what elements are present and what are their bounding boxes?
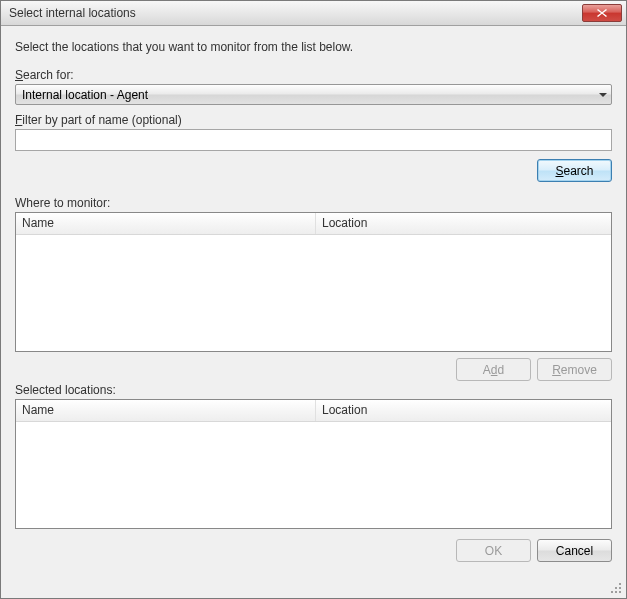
selected-locations-label: Selected locations: bbox=[15, 383, 612, 397]
column-header-name[interactable]: Name bbox=[16, 400, 316, 421]
dropdown-selected-text: Internal location - Agent bbox=[22, 88, 148, 102]
instruction-text: Select the locations that you want to mo… bbox=[15, 40, 612, 54]
svg-rect-0 bbox=[619, 583, 621, 585]
svg-rect-2 bbox=[619, 587, 621, 589]
column-header-location[interactable]: Location bbox=[316, 213, 611, 234]
titlebar: Select internal locations bbox=[1, 1, 626, 26]
filter-label: Filter by part of name (optional) bbox=[15, 113, 612, 127]
add-button: Add bbox=[456, 358, 531, 381]
list-body bbox=[16, 235, 611, 351]
chevron-down-icon bbox=[599, 93, 607, 97]
search-for-dropdown[interactable]: Internal location - Agent bbox=[15, 84, 612, 105]
svg-rect-4 bbox=[615, 591, 617, 593]
ok-button: OK bbox=[456, 539, 531, 562]
list-header: Name Location bbox=[16, 213, 611, 235]
svg-rect-3 bbox=[611, 591, 613, 593]
list-header: Name Location bbox=[16, 400, 611, 422]
dialog-content: Select the locations that you want to mo… bbox=[1, 26, 626, 598]
close-button[interactable] bbox=[582, 4, 622, 22]
where-to-monitor-list[interactable]: Name Location bbox=[15, 212, 612, 352]
filter-input[interactable] bbox=[15, 129, 612, 151]
window-title: Select internal locations bbox=[9, 6, 136, 20]
svg-rect-5 bbox=[619, 591, 621, 593]
cancel-button[interactable]: Cancel bbox=[537, 539, 612, 562]
close-icon bbox=[597, 9, 607, 17]
column-header-location[interactable]: Location bbox=[316, 400, 611, 421]
where-to-monitor-label: Where to monitor: bbox=[15, 196, 612, 210]
svg-rect-1 bbox=[615, 587, 617, 589]
search-button[interactable]: Search bbox=[537, 159, 612, 182]
resize-grip[interactable] bbox=[611, 583, 623, 595]
search-for-label: Search for: bbox=[15, 68, 612, 82]
list-body bbox=[16, 422, 611, 528]
dialog-window: Select internal locations Select the loc… bbox=[0, 0, 627, 599]
remove-button: Remove bbox=[537, 358, 612, 381]
column-header-name[interactable]: Name bbox=[16, 213, 316, 234]
selected-locations-list[interactable]: Name Location bbox=[15, 399, 612, 529]
